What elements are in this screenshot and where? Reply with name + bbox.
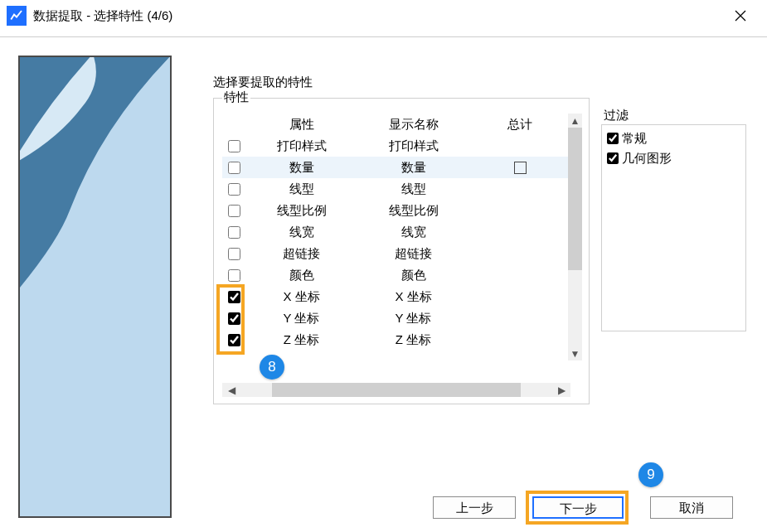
app-icon xyxy=(7,6,27,26)
vertical-scrollbar[interactable]: ▲ ▼ xyxy=(568,114,582,360)
step-badge-9: 9 xyxy=(638,462,663,487)
cell-attr: 数量 xyxy=(245,160,357,176)
cell-display: Y 坐标 xyxy=(357,311,469,326)
titlebar-separator xyxy=(0,36,767,37)
h-scroll-thumb[interactable] xyxy=(272,383,521,397)
row-checkbox[interactable] xyxy=(228,334,240,346)
prev-button[interactable]: 上一步 xyxy=(433,496,516,519)
filter-checkbox[interactable] xyxy=(607,152,619,164)
table-row[interactable]: Y 坐标Y 坐标 xyxy=(222,307,570,329)
cell-display: 线型 xyxy=(357,181,469,197)
row-checkbox[interactable] xyxy=(228,291,240,303)
table-row[interactable]: X 坐标X 坐标 xyxy=(222,286,570,307)
scroll-right-icon[interactable]: ▶ xyxy=(552,383,570,397)
cell-attr: 超链接 xyxy=(245,246,357,262)
close-icon xyxy=(735,10,746,22)
filter-item[interactable]: 常规 xyxy=(602,128,745,148)
cell-attr: Z 坐标 xyxy=(245,332,357,348)
cell-display: 数量 xyxy=(357,160,469,176)
cell-display: 线宽 xyxy=(357,225,469,240)
table-row[interactable]: 颜色颜色 xyxy=(222,264,570,286)
row-checkbox[interactable] xyxy=(228,205,240,217)
cell-total xyxy=(469,162,570,174)
group-filter: 过滤 常规几何图形 xyxy=(601,124,746,331)
group-properties-label: 特性 xyxy=(222,89,250,105)
cell-attr: 线型比例 xyxy=(245,203,357,219)
cell-display: 超链接 xyxy=(357,246,469,262)
cell-attr: 颜色 xyxy=(245,268,357,283)
row-checkbox[interactable] xyxy=(228,226,240,239)
cell-attr: 打印样式 xyxy=(245,138,357,154)
table-row[interactable]: 超链接超链接 xyxy=(222,243,570,264)
cell-attr: 线型 xyxy=(245,181,357,197)
filter-label: 常规 xyxy=(622,131,647,147)
row-checkbox[interactable] xyxy=(228,269,240,282)
row-checkbox[interactable] xyxy=(228,248,240,260)
group-properties: 特性 属性 显示名称 总计 打印样式打印样式数量数量线型线型线型比例线型比例线宽… xyxy=(213,98,590,404)
dialog-data-extract: 数据提取 - 选择特性 (4/6) 选择要提取的特性 特性 属性 显示名称 xyxy=(0,0,767,532)
filter-label: 几何图形 xyxy=(622,151,672,167)
close-button[interactable] xyxy=(724,3,757,28)
header-attr: 属性 xyxy=(245,117,357,133)
titlebar: 数据提取 - 选择特性 (4/6) xyxy=(0,0,767,31)
scroll-down-icon[interactable]: ▼ xyxy=(568,346,582,360)
table-row[interactable]: 打印样式打印样式 xyxy=(222,135,570,157)
filter-checkbox[interactable] xyxy=(607,133,619,144)
row-checkbox[interactable] xyxy=(228,140,240,152)
cancel-button[interactable]: 取消 xyxy=(650,496,733,519)
dialog-title: 数据提取 - 选择特性 (4/6) xyxy=(33,8,172,24)
page-curl-icon xyxy=(18,56,172,518)
row-checkbox[interactable] xyxy=(228,183,240,196)
row-checkbox[interactable] xyxy=(228,162,240,174)
filter-list: 常规几何图形 xyxy=(602,125,745,168)
cell-display: 颜色 xyxy=(357,268,469,283)
cell-attr: Y 坐标 xyxy=(245,311,357,326)
cell-display: X 坐标 xyxy=(357,289,469,305)
table-row[interactable]: 数量数量 xyxy=(222,157,570,178)
total-checkbox[interactable] xyxy=(514,162,527,174)
v-scroll-thumb[interactable] xyxy=(568,128,582,270)
scroll-up-icon[interactable]: ▲ xyxy=(568,114,582,128)
table-row[interactable]: 线型比例线型比例 xyxy=(222,200,570,221)
cell-display: 线型比例 xyxy=(357,203,469,219)
table-row[interactable]: 线宽线宽 xyxy=(222,221,570,243)
cell-attr: 线宽 xyxy=(245,225,357,240)
table-row[interactable]: 线型线型 xyxy=(222,178,570,200)
scroll-left-icon[interactable]: ◀ xyxy=(222,383,240,397)
header-display: 显示名称 xyxy=(357,117,469,133)
next-button[interactable]: 下一步 xyxy=(532,496,624,519)
wizard-preview-panel xyxy=(18,56,172,518)
horizontal-scrollbar[interactable]: ◀ ▶ xyxy=(222,383,570,397)
cell-display: Z 坐标 xyxy=(357,332,469,348)
filter-item[interactable]: 几何图形 xyxy=(602,148,745,168)
cell-display: 打印样式 xyxy=(357,138,469,154)
row-checkbox[interactable] xyxy=(228,312,240,325)
header-total: 总计 xyxy=(469,117,570,133)
properties-table: 属性 显示名称 总计 打印样式打印样式数量数量线型线型线型比例线型比例线宽线宽超… xyxy=(222,114,570,360)
group-filter-label: 过滤 xyxy=(602,108,630,123)
table-row[interactable]: Z 坐标Z 坐标 xyxy=(222,329,570,351)
table-header: 属性 显示名称 总计 xyxy=(222,114,570,135)
section-heading: 选择要提取的特性 xyxy=(213,75,313,90)
cell-attr: X 坐标 xyxy=(245,289,357,305)
